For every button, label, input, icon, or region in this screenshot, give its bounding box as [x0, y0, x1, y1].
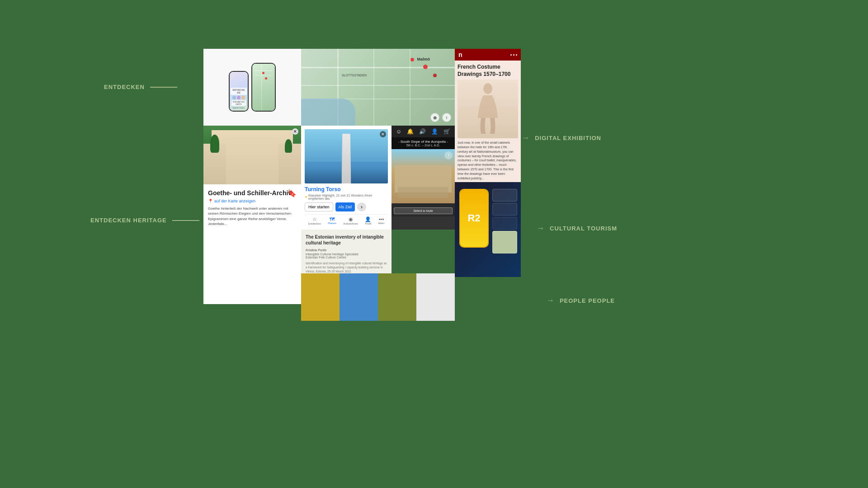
- goethe-image: [203, 126, 301, 184]
- annotation-left-mid-text: ENTDECKEN HERITAGE: [90, 217, 167, 224]
- planen-icon: 🗺: [330, 216, 335, 222]
- cart-icon: 🛒: [443, 128, 450, 135]
- french-title: French Costume Drawings 1570–1700: [455, 61, 521, 80]
- torso-title: Turning Torso: [305, 186, 388, 192]
- annotation-line-1: [150, 87, 177, 88]
- mehr-icon: •••: [379, 216, 384, 222]
- annotation-right-bot-text: PEOPLE PEOPLE: [560, 297, 615, 304]
- nav-entdecken-label: Entdecken: [308, 222, 321, 225]
- goethe-title: Goethe- und Schiller-Archiv: [208, 189, 297, 197]
- road-h2: [301, 85, 455, 86]
- goethe-bookmark-icon[interactable]: 🔖: [288, 189, 297, 197]
- aufzeichnen-icon: ◉: [349, 216, 353, 222]
- map-label-malmo: Malmö: [417, 57, 430, 61]
- map-pin-1: [262, 72, 264, 74]
- annotation-right-top: → DIGITAL EXHIBITION: [521, 133, 601, 143]
- app-card-2: [492, 203, 517, 216]
- french-logo-text: n: [458, 51, 462, 58]
- phone-screen-small: ENTDECKE SIE INTERAKTIVE KARTE Digitale …: [230, 72, 248, 111]
- torso-start-button[interactable]: Hier starten: [305, 202, 333, 211]
- nav-profil-label: Profil: [365, 222, 372, 225]
- app-logo-icon: R2: [467, 212, 480, 224]
- map-label-slotts: SLOTTSSTADEN: [342, 74, 367, 77]
- smiley-icon: ☺: [396, 128, 401, 135]
- app-card-3: [492, 217, 517, 230]
- nav-entdecken[interactable]: ☆ Entdecken: [308, 216, 321, 225]
- phone-small: ENTDECKE SIE INTERAKTIVE KARTE Digitale …: [229, 71, 249, 112]
- annotation-right-top-text: DIGITAL EXHIBITION: [535, 135, 601, 141]
- icon-circle-2: [237, 96, 241, 99]
- goethe-location-text: auf der Karte anzeigen: [214, 199, 255, 203]
- nav-aufzeichnen[interactable]: ◉ Aufzeichnen: [343, 216, 358, 225]
- goethe-close-button[interactable]: ✕: [292, 128, 298, 135]
- nav-mehr[interactable]: ••• Mehr: [378, 216, 385, 225]
- person-icon: 👤: [431, 128, 438, 135]
- acropolis-title: - South Slope of the Acropolis -: [394, 140, 453, 144]
- menu-dot-1: [510, 54, 512, 56]
- torso-meta-text: Klassiker Highlight, 21 von 21 Wonders I…: [308, 194, 388, 200]
- panel-torso: ✕ Turning Torso ★ Klassiker Highlight, 2…: [301, 126, 392, 230]
- swatch-white: [416, 273, 455, 321]
- estonian-author: Kristina Portis: [306, 248, 387, 252]
- panel-acropolis: ☺ 🔔 🔊 👤 🛒 - South Slope of the Acropolis…: [392, 126, 455, 230]
- goethe-content: 🔖 Goethe- und Schiller-Archiv 📍 auf der …: [203, 184, 301, 304]
- color-swatches: [301, 273, 455, 321]
- nav-planen[interactable]: 🗺 Planen: [328, 216, 336, 225]
- nav-profil[interactable]: 👤 Profil: [365, 216, 371, 225]
- acropolis-top-nav: ☺ 🔔 🔊 👤 🛒: [392, 126, 455, 137]
- menu-dot-3: [516, 54, 517, 56]
- acropolis-btn-area: Select a route: [392, 203, 455, 216]
- map-share[interactable]: ⊕: [430, 113, 439, 122]
- tree-1: [210, 135, 219, 153]
- phone-large: [251, 63, 276, 112]
- annotation-left-mid: ENTDECKEN HERITAGE: [90, 217, 199, 224]
- map-line-h2: [255, 75, 273, 75]
- french-illustration: [458, 80, 518, 138]
- app-cards: [492, 189, 517, 253]
- discover-icon: ☆: [312, 216, 317, 222]
- annotation-right-mid: → CULTURAL TOURISM: [536, 224, 617, 233]
- map-line-h1: [255, 70, 273, 71]
- collage: ENTDECKE SIE INTERAKTIVE KARTE Digitale …: [203, 49, 521, 321]
- torso-button-group: Hier starten Als Ziel ›: [305, 202, 388, 211]
- right-top-arrow: →: [521, 133, 529, 143]
- menu-dot-2: [513, 54, 514, 56]
- estonian-description: Identification and inventorying of intan…: [306, 261, 387, 273]
- phone-label-3: Digitale Guides: [232, 107, 245, 109]
- annotation-left-top: ENTDECKEN: [104, 84, 177, 90]
- swatch-blue: [340, 273, 378, 321]
- torso-close-button[interactable]: ✕: [380, 131, 386, 137]
- phone-icons: [232, 96, 245, 99]
- annotation-line-2: [172, 220, 199, 221]
- acropolis-title-bar: - South Slope of the Acropolis - 5th c. …: [392, 137, 455, 149]
- volume-icon: 🔊: [419, 128, 426, 135]
- goethe-location[interactable]: 📍 auf der Karte anzeigen: [208, 199, 297, 203]
- tree-2: [285, 139, 292, 153]
- location-pin-icon: 📍: [208, 199, 213, 203]
- torso-more-button[interactable]: ›: [357, 202, 366, 211]
- map-pin-2: [433, 74, 437, 77]
- phone-screen-map: [252, 64, 275, 111]
- star-icon: ★: [305, 195, 307, 199]
- goethe-description: Goethe hinterließ der Nachwelt unter and…: [208, 206, 297, 226]
- select-route-button[interactable]: Select a route: [394, 207, 453, 214]
- panel-map: Malmö SLOTTSSTADEN ↑ ⊕: [301, 49, 455, 126]
- panel-french: n French Costume Drawings 1570–1700 Just…: [455, 49, 521, 182]
- acropolis-back-button[interactable]: ↑: [444, 151, 453, 160]
- phone-label-1: ENTDECKE SIE: [231, 88, 247, 95]
- estonian-role: Intangible Cultural Heritage Specialist: [306, 253, 387, 256]
- right-bot-arrow: →: [546, 296, 554, 305]
- map-bg: Malmö SLOTTSSTADEN ↑ ⊕: [301, 49, 455, 126]
- app-phone-main: R2: [459, 189, 489, 248]
- app-screen: R2: [460, 190, 488, 247]
- profil-icon: 👤: [365, 216, 371, 222]
- annotation-left-top-text: ENTDECKEN: [104, 84, 145, 90]
- torso-nav: ☆ Entdecken 🗺 Planen ◉ Aufzeichnen 👤 Pro…: [305, 214, 388, 225]
- phone-label-2: INTERAKTIVE KARTE: [231, 100, 246, 106]
- swatch-olive: [378, 273, 416, 321]
- svg-point-0: [483, 83, 492, 94]
- nav-mehr-label: Mehr: [378, 222, 385, 225]
- road-v2: [373, 49, 374, 126]
- french-figure-svg: [474, 82, 501, 136]
- torso-ziel-button[interactable]: Als Ziel: [335, 202, 355, 211]
